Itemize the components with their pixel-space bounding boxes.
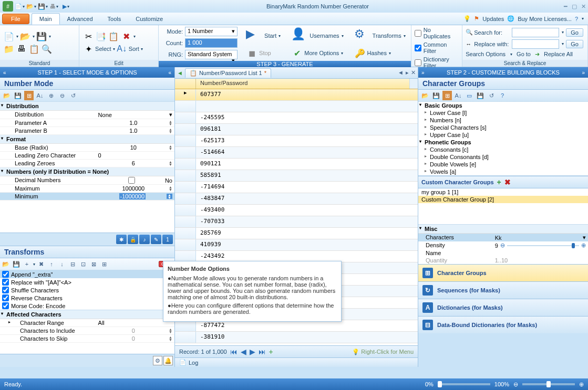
footer-btn-star[interactable]: ✱ (116, 235, 127, 244)
sort-button[interactable]: Sort (129, 46, 139, 52)
help-icon[interactable]: ? (575, 16, 578, 22)
nav-last-icon[interactable]: ⏭ (259, 347, 266, 356)
zoom-in-icon[interactable]: ⊕ (579, 381, 584, 388)
tree-item[interactable]: Vowels [a] (418, 168, 588, 175)
table-row[interactable]: -707033 (175, 216, 418, 228)
search-options-button[interactable]: Search Options (466, 51, 506, 57)
footer-btn-edit[interactable]: ✎ (151, 235, 161, 244)
tb-expand-icon[interactable]: ⊕ (46, 91, 56, 100)
print-icon[interactable]: 🖶 (16, 43, 27, 55)
add-group-icon[interactable]: + (497, 178, 501, 186)
nav-first-icon[interactable]: ⏮ (230, 347, 238, 356)
cat-numbers[interactable]: Numbers (only if Distribution = None) (0, 167, 174, 176)
custom-group-item[interactable]: my group 1 [1] (418, 188, 588, 196)
chars-include-input[interactable]: 0▲▼ (96, 327, 174, 334)
table-row[interactable]: 585891 (175, 170, 418, 182)
tab-advanced[interactable]: Advanced (60, 14, 100, 24)
dictionary-filter-check[interactable] (415, 59, 421, 66)
table-row[interactable]: -714694 (175, 182, 418, 193)
rt-reset-icon[interactable]: ↺ (487, 91, 496, 100)
trans-item[interactable]: Shuffle Characters (0, 286, 174, 294)
tree-item[interactable]: Upper Case [u] (418, 131, 588, 139)
tb-reset-icon[interactable]: ↺ (68, 91, 78, 100)
maximize-icon[interactable]: ▢ (572, 3, 577, 10)
trans-item[interactable]: Replace with "[AA]"<A> (0, 278, 174, 286)
acc-sequences[interactable]: ↻Sequences (for Masks) (418, 281, 588, 299)
rt-sort-icon[interactable]: A↓ (453, 91, 463, 100)
trans-item[interactable]: Morse Code: Encode (0, 302, 174, 310)
decimal-select[interactable]: No (96, 176, 174, 184)
acc-char-groups[interactable]: ⊞Character Groups (418, 264, 588, 281)
param-a-input[interactable]: 1.0▲▼ (96, 119, 174, 127)
table-row[interactable]: 285769 (175, 228, 418, 239)
table-row[interactable]: 096181 (175, 124, 418, 135)
table-row[interactable]: -245595 (175, 112, 418, 124)
stop-button[interactable]: Stop (259, 50, 271, 56)
paste-icon[interactable]: 📋 (108, 30, 119, 42)
qat-print-icon[interactable]: 🖶▾ (49, 1, 59, 12)
file-menu[interactable]: File (2, 14, 29, 24)
start-button[interactable]: Start (264, 33, 276, 39)
hashes-button[interactable]: Hashes (367, 50, 387, 56)
tab-close-icon[interactable]: ✕ (411, 69, 416, 76)
acc-dictionaries[interactable]: ADictionaries (for Masks) (418, 299, 588, 316)
del-group-icon[interactable]: ✖ (504, 178, 511, 186)
tb-save-icon[interactable]: 💾 (13, 91, 23, 100)
tt-open-icon[interactable]: 📂 (1, 259, 11, 269)
grid-col-header[interactable]: Number/Password (196, 79, 409, 89)
bell-icon[interactable]: 🔔 (163, 356, 173, 365)
tab-tools[interactable]: Tools (100, 14, 129, 24)
minimize-icon[interactable]: ━ (564, 3, 568, 10)
search-go-button[interactable]: Go (566, 28, 583, 37)
tree-item[interactable]: Double Vowels [e] (418, 161, 588, 168)
table-row[interactable] (175, 101, 418, 112)
tt-i3-icon[interactable]: ⊠ (89, 259, 98, 269)
bulb-icon[interactable]: 💡 (463, 15, 471, 22)
delete-icon[interactable]: ✖ (120, 30, 132, 42)
rt-card-icon[interactable]: ▭ (465, 91, 474, 100)
table-row[interactable]: -483847 (175, 193, 418, 205)
base-input[interactable]: 10▲▼ (96, 144, 174, 151)
rt-disk-icon[interactable]: 💾 (476, 91, 485, 100)
close-icon[interactable]: ✕ (581, 3, 586, 10)
tree-item[interactable]: Numbers [n] (418, 117, 588, 124)
tt-del-icon[interactable]: ✖ (36, 259, 46, 269)
qat-new-icon[interactable]: 📄▾ (14, 1, 25, 12)
tb-sort-icon[interactable]: A↓ (35, 91, 45, 100)
transforms-button[interactable]: Transforms (373, 33, 401, 39)
tt-i1-icon[interactable]: ⊟ (68, 259, 77, 269)
buy-link[interactable]: Buy More Licenses... (518, 16, 572, 22)
footer-btn-lock[interactable]: 🔒 (128, 235, 138, 244)
trans-item[interactable]: Append "_extra" (0, 270, 174, 278)
tt-add-icon[interactable]: + (22, 259, 32, 269)
tree-basic[interactable]: Basic Groups (418, 102, 588, 109)
tree-item[interactable]: Lower Case [l] (418, 109, 588, 117)
log-bar[interactable]: 📄Log (175, 357, 418, 367)
gear-icon[interactable]: ⚙ (153, 356, 162, 365)
open-icon[interactable]: 📂 (19, 30, 31, 42)
tree-item[interactable]: Consonants [c] (418, 146, 588, 153)
cat-distribution[interactable]: Distribution (0, 102, 174, 111)
tab-list1[interactable]: 📋Number/Password List 1* (185, 68, 271, 78)
rt-save-icon[interactable]: 💾 (431, 91, 441, 100)
tt-i4-icon[interactable]: ⊞ (99, 259, 109, 269)
cat-affected[interactable]: Affected Characters (0, 310, 174, 319)
tb-collapse-icon[interactable]: ⊖ (57, 91, 67, 100)
rng-select[interactable]: Standard System ▾ (185, 50, 238, 59)
qat-play-icon[interactable]: ▶▾ (60, 1, 71, 12)
table-row[interactable]: 410939 (175, 239, 418, 251)
tab-main[interactable]: Main (32, 13, 60, 25)
distribution-select[interactable]: None▾ (96, 111, 174, 119)
tb-folder-icon[interactable]: 📂 (2, 91, 12, 100)
cut-icon[interactable]: ✂ (82, 30, 94, 42)
maximum-input[interactable]: 1000000▲▼ (96, 185, 174, 192)
table-row[interactable]: -514664 (175, 147, 418, 159)
tt-down-icon[interactable]: ↓ (57, 259, 67, 269)
characters-input[interactable]: Kk▾ (495, 234, 586, 241)
search-input[interactable] (512, 28, 559, 37)
goto-button[interactable]: Go to (517, 51, 531, 57)
tree-item[interactable]: Special Characters [s] (418, 124, 588, 131)
table-row[interactable]: -493400 (175, 205, 418, 216)
custom-group-item[interactable]: Custom Character Group [2] (418, 196, 588, 203)
updates-link[interactable]: Updates (482, 16, 504, 22)
